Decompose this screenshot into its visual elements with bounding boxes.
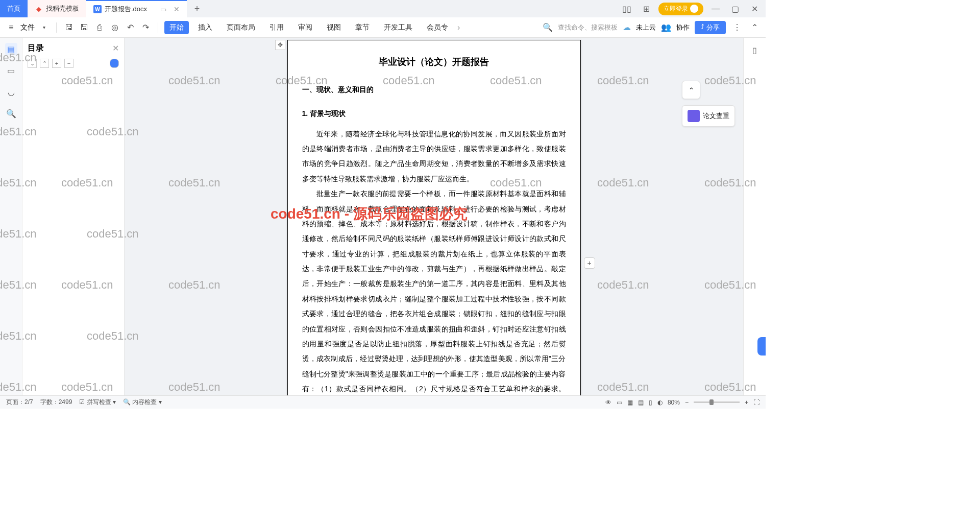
view-web-icon[interactable]: ▦ [627,399,633,406]
tab-doc[interactable]: W 开题报告.docx ▭ ✕ [86,0,187,17]
page-add-icon[interactable]: + [584,257,595,269]
tab-home[interactable]: 首页 [0,0,28,17]
collab-icon[interactable]: 👥 [661,22,671,32]
share-icon: ⤴ [701,23,704,32]
outline-icon[interactable]: ▤ [5,43,17,55]
heading-1: 一、现状、意义和目的 [302,82,566,97]
search-rail-icon[interactable]: 🔍 [5,107,17,120]
doc-area[interactable]: ✥ 毕业设计（论文）开题报告 一、现状、意义和目的 1. 背景与现状 近年来，随… [125,38,743,395]
search-icon: 🔍 [543,22,553,32]
zoom-out-icon[interactable]: − [685,399,689,406]
menu-icon[interactable]: ≡ [5,21,17,34]
view-print-icon[interactable]: ▯ [649,399,652,406]
view-read-icon[interactable]: ▭ [617,399,622,406]
share-button[interactable]: ⤴ 分享 [695,21,726,34]
save-as-icon[interactable]: 🖫 [78,21,90,34]
page-indicator[interactable]: 页面：2/7 [6,398,33,407]
chevron-down-icon[interactable]: ▾ [38,21,50,34]
zoom-label: 80% [668,399,680,406]
flame-icon: ◆ [35,5,43,13]
preview-icon[interactable]: ◎ [109,21,121,34]
layout-icon[interactable]: ▯▯ [620,2,634,16]
collab-label[interactable]: 协作 [676,23,690,32]
plagiarism-icon [688,110,700,122]
paragraph-2: 批量生产一款衣服的前提需要一个样板，而一件服装原材料基本就是面料和辅料，而面料就… [302,186,566,395]
save-icon[interactable]: 🖫 [63,21,75,34]
content-check[interactable]: 🔍 内容检查 ▾ [123,398,162,407]
right-float-panel: ⌃ 论文查重 [682,81,735,127]
expand-all-icon[interactable]: ⌄ [28,59,37,68]
menu-chapter[interactable]: 章节 [350,21,375,34]
tab-close-icon[interactable]: ✕ [174,5,180,13]
redo-icon[interactable]: ↷ [139,21,152,34]
right-rail-icon-1[interactable]: ▯ [749,44,761,56]
toolbar: ≡ 文件 ▾ 🖫 🖫 ⎙ ◎ ↶ ↷ 开始 插入 页面布局 引用 审阅 视图 章… [0,17,766,38]
menu-dev[interactable]: 开发工具 [379,21,418,34]
file-menu[interactable]: 文件 [20,23,35,32]
menu-start[interactable]: 开始 [164,21,189,34]
menu-review[interactable]: 审阅 [293,21,317,34]
remove-level-icon[interactable]: − [64,59,74,68]
collapse-icon[interactable]: ⌃ [748,21,761,34]
collapse-all-icon[interactable]: ⌃ [40,59,49,68]
word-count[interactable]: 字数：2499 [40,398,72,407]
paragraph-1: 近年来，随着经济全球化与科技管理信息化的协同发展，而又因服装业所面对的是终端消费… [302,127,566,187]
menu-layout[interactable]: 页面布局 [222,21,260,34]
cloud-label[interactable]: 未上云 [636,23,656,32]
heading-2: 1. 背景与现状 [302,106,566,121]
statusbar: 页面：2/7 字数：2499 ☑ 拼写检查 ▾ 🔍 内容检查 ▾ 👁 ▭ ▦ ▤… [0,395,766,409]
outline-panel: 目录 ✕ ⌄ ⌃ + − [22,38,125,395]
maximize-icon[interactable]: ▢ [728,2,742,16]
close-icon[interactable]: ✕ [747,2,762,16]
bookmark-icon[interactable]: ◡ [5,86,17,98]
zoom-in-icon[interactable]: + [745,399,748,406]
menu-ref[interactable]: 引用 [264,21,289,34]
collapse-float-icon[interactable]: ⌃ [682,81,700,99]
cloud-icon[interactable]: ☁ [623,22,631,32]
menu-view[interactable]: 视图 [322,21,346,34]
minimize-icon[interactable]: — [708,2,723,16]
left-rail: ▤ ▭ ◡ 🔍 [0,38,22,395]
tab-new[interactable]: + [187,0,207,17]
page-title: 毕业设计（论文）开题报告 [302,53,566,72]
add-level-icon[interactable]: + [52,59,61,68]
tab-screen-icon[interactable]: ▭ [160,6,166,13]
view-eye-icon[interactable]: 👁 [605,399,611,406]
outline-close-icon[interactable]: ✕ [112,43,119,53]
spell-check[interactable]: ☑ 拼写检查 ▾ [79,398,116,407]
document-page: 毕业设计（论文）开题报告 一、现状、意义和目的 1. 背景与现状 近年来，随着经… [287,40,581,395]
view-outline-icon[interactable]: ▤ [638,399,644,406]
titlebar: 首页 ◆ 找稻壳模板 W 开题报告.docx ▭ ✕ + ▯▯ ⊞ 立即登录 —… [0,0,766,17]
search-input[interactable]: 查找命令、搜索模板 [558,23,618,32]
outline-title: 目录 [28,43,44,54]
dark-mode-icon[interactable]: ◐ [657,399,663,406]
menu-insert[interactable]: 插入 [193,21,217,34]
fullscreen-icon[interactable]: ⛶ [753,399,760,406]
avatar-icon [690,5,698,13]
outline-badge-icon[interactable] [110,59,119,68]
zoom-slider[interactable] [694,401,740,403]
main: ▤ ▭ ◡ 🔍 目录 ✕ ⌄ ⌃ + − ✥ 毕业设计（论文）开题报告 一、现状… [0,38,766,395]
print-icon[interactable]: ⎙ [93,21,106,34]
undo-icon[interactable]: ↶ [124,21,136,34]
side-tab-button[interactable] [757,337,766,356]
page-handle-icon[interactable]: ✥ [275,40,285,50]
apps-icon[interactable]: ⊞ [639,2,653,16]
login-button[interactable]: 立即登录 [658,3,703,15]
menu-member[interactable]: 会员专 [422,21,453,34]
scroll-right-icon[interactable]: › [457,23,460,32]
thumbnail-icon[interactable]: ▭ [5,64,17,77]
tab-template[interactable]: ◆ 找稻壳模板 [28,0,86,17]
plagiarism-button[interactable]: 论文查重 [682,105,735,127]
word-icon: W [93,5,102,13]
more-icon[interactable]: ⋮ [731,21,743,34]
